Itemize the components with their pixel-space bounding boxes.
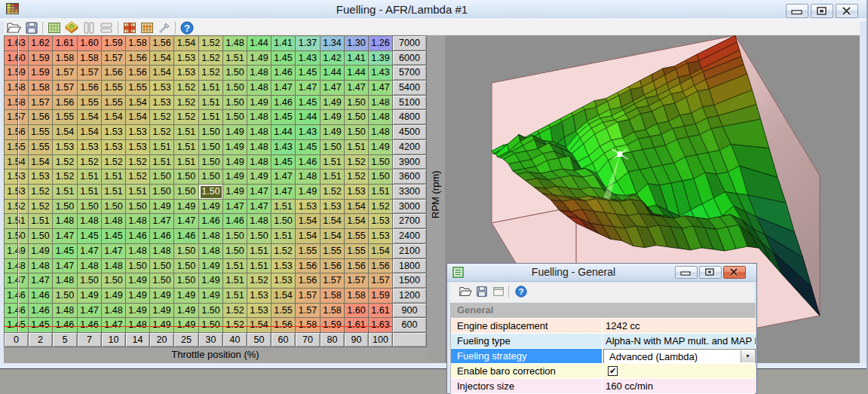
svg-text:?: ? [184,23,190,34]
svg-text:?: ? [518,286,523,296]
